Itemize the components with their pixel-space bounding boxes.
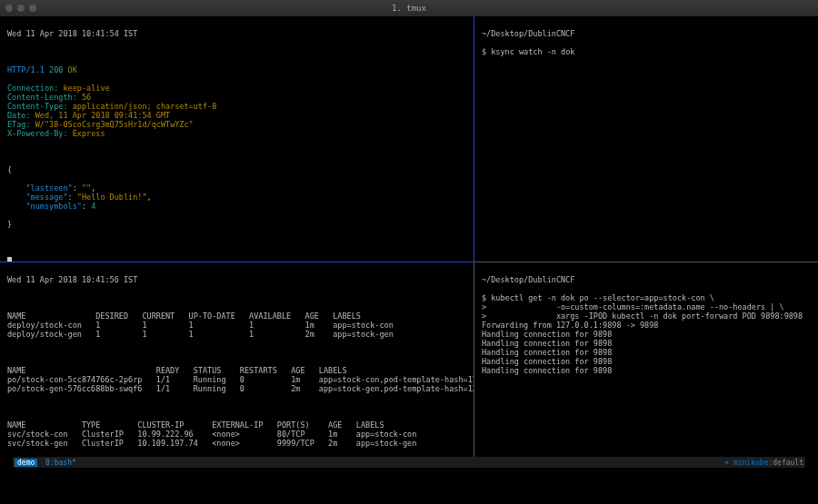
kube-namespace: default [773,459,803,467]
json-field: "numsymbols": 4 [7,202,466,211]
pane-port-forward[interactable]: ~/Desktop/DublinCNCF $ kubectl get -n do… [474,262,818,468]
tmux-statusbar: demo 0:bash* ⎈ minikube:default [13,457,805,468]
terminal-line: > xargs -IPOD kubectl -n dok port-forwar… [482,311,811,321]
terminal-line: Forwarding from 127.0.0.1:9898 -> 9898 [482,321,811,330]
table-header: NAME DESIRED CURRENT UP-TO-DATE AVAILABL… [7,311,466,321]
pane-kubectl-get[interactable]: Wed 11 Apr 2018 10:41:56 IST NAME DESIRE… [0,262,474,468]
table-row: svc/stock-con ClusterIP 10.99.222.96 <no… [7,430,466,439]
terminal-line: Handling connection for 9898 [482,357,811,366]
session-name[interactable]: demo [15,459,37,467]
terminal-line: Handling connection for 9898 [482,348,811,357]
http-status-line: HTTP/1.1 200 OK [7,65,466,74]
terminal-line: $ kubectl get -n dok po --selector=app=s… [482,293,811,302]
terminal-line: Handling connection for 9898 [482,339,811,348]
http-header: X-Powered-By: Express [7,129,466,138]
timestamp: Wed 11 Apr 2018 10:41:54 IST [7,29,466,38]
kube-context: minikube: [733,459,773,467]
json-field: "lastseen": "", [7,183,466,193]
terminal-line: Handling connection for 9898 [482,330,811,339]
json-field: "message": "Hello Dublin!", [7,193,466,202]
table-header: NAME READY STATUS RESTARTS AGE LABELS [7,366,466,375]
table-header: NAME TYPE CLUSTER-IP EXTERNAL-IP PORT(S)… [7,420,466,430]
timestamp: Wed 11 Apr 2018 10:41:56 IST [7,275,466,284]
prompt-cursor[interactable] [7,256,466,262]
window-titlebar: 1. tmux [0,0,818,16]
http-header: Content-Length: 56 [7,93,466,102]
tmux-panes: Wed 11 Apr 2018 10:41:54 IST HTTP/1.1 20… [0,16,818,468]
terminal-line: Handling connection for 9898 [482,366,811,375]
table-row: svc/stock-gen ClusterIP 10.109.197.74 <n… [7,439,466,448]
json-open: { [7,165,466,174]
kube-context-icon: ⎈ [724,459,733,467]
status-left: demo 0:bash* [15,459,76,467]
window-indicator[interactable]: 0:bash* [45,459,76,467]
http-header: Content-Type: application/json; charset=… [7,102,466,111]
http-header: Connection: keep-alive [7,84,466,93]
cwd: ~/Desktop/DublinCNCF [482,275,811,284]
json-close: } [7,220,466,229]
table-row: deploy/stock-gen 1 1 1 1 2m app=stock-ge… [7,330,466,339]
window-title: 1. tmux [0,4,818,13]
http-header: ETag: W/"38-0ScoCsrg3mQ75sHr1d/qcWTwYZc" [7,120,466,129]
table-row: deploy/stock-con 1 1 1 1 1m app=stock-co… [7,321,466,330]
cwd: ~/Desktop/DublinCNCF [482,29,811,38]
table-row: po/stock-con-5cc874766c-2p6rp 1/1 Runnin… [7,375,466,384]
http-header: Date: Wed, 11 Apr 2018 09:41:54 GMT [7,111,466,120]
blank [7,47,466,56]
pane-http-response[interactable]: Wed 11 Apr 2018 10:41:54 IST HTTP/1.1 20… [0,16,474,262]
cmd-line: $ ksync watch -n dok [482,47,811,56]
status-right: ⎈ minikube:default [724,459,803,467]
terminal-line: > -o=custom-columns=:metadata.name --no-… [482,302,811,311]
table-row: po/stock-gen-576cc688bb-swqf6 1/1 Runnin… [7,384,466,393]
pane-ksync[interactable]: ~/Desktop/DublinCNCF $ ksync watch -n do… [474,16,818,262]
